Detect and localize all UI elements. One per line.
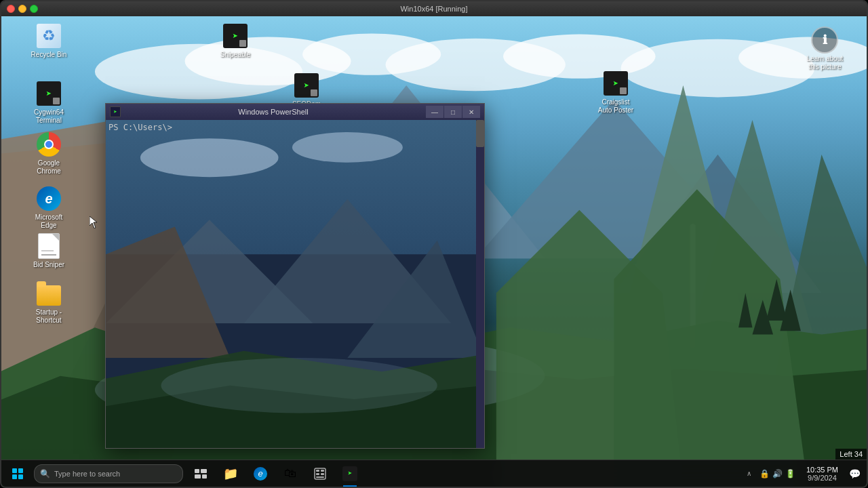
tray-expand-button[interactable]: ∧ bbox=[744, 467, 754, 480]
edge-icon: e bbox=[35, 185, 62, 212]
close-button[interactable] bbox=[7, 5, 15, 13]
learn-about-icon: ℹ bbox=[811, 26, 838, 54]
learn-about-picture-button[interactable]: ℹ Learn aboutthis picture bbox=[807, 26, 843, 71]
mac-traffic-lights bbox=[7, 5, 38, 13]
taskbar-search[interactable]: 🔍 Type here to search bbox=[34, 464, 183, 483]
desktop-icon-snipeable[interactable]: ➤ Snipeable bbox=[208, 20, 262, 62]
powershell-close-button[interactable]: ✕ bbox=[462, 106, 480, 118]
learn-about-label: Learn aboutthis picture bbox=[807, 55, 843, 71]
powershell-title-text: Windows PowerShell bbox=[123, 108, 423, 116]
desktop: ♻ Recycle Bin ➤ Cygwin64Terminal Googl bbox=[1, 16, 867, 487]
network-icon[interactable]: 🔒 bbox=[760, 469, 770, 479]
startup-shortcut-icon bbox=[35, 280, 62, 307]
taskbar-file-explorer[interactable]: 📁 bbox=[216, 460, 245, 487]
powershell-scrollbar[interactable] bbox=[476, 120, 484, 448]
taskbar-store[interactable]: 🛍 bbox=[275, 460, 305, 487]
snipeable-label: Snipeable bbox=[220, 51, 250, 59]
desktop-icon-chrome[interactable]: GoogleChrome bbox=[22, 128, 76, 178]
svg-rect-49 bbox=[321, 473, 324, 475]
chrome-icon bbox=[35, 131, 62, 158]
left-indicator: Left 34 bbox=[835, 449, 867, 460]
powershell-window: ➤ Windows PowerShell — □ ✕ bbox=[105, 103, 485, 449]
desktop-icon-bid-sniper[interactable]: Bid Sniper bbox=[22, 230, 76, 272]
cygwin64-icon: ➤ bbox=[35, 80, 62, 107]
clock-area[interactable]: 10:35 PM 9/9/2024 bbox=[801, 466, 844, 482]
desktop-icon-recycle-bin[interactable]: ♻ Recycle Bin bbox=[22, 20, 76, 62]
recycle-bin-label: Recycle Bin bbox=[31, 51, 67, 59]
powershell-minimize-button[interactable]: — bbox=[426, 106, 443, 118]
clock-time: 10:35 PM bbox=[806, 466, 838, 474]
taskbar-calculator[interactable] bbox=[305, 460, 335, 487]
taskbar-apps: 📁 e 🛍 bbox=[186, 460, 365, 487]
system-tray: ∧ 🔒 🔊 🔋 10:35 PM 9/9/2024 💬 bbox=[744, 460, 867, 487]
desktop-icon-edge[interactable]: e MicrosoftEdge bbox=[22, 182, 76, 232]
taskbar-powershell[interactable]: ➤ bbox=[335, 460, 365, 487]
edge-label: MicrosoftEdge bbox=[35, 214, 63, 230]
notification-icon: 💬 bbox=[849, 468, 861, 479]
startup-shortcut-label: Startup -Shortcut bbox=[36, 308, 62, 325]
mac-frame: Win10x64 [Running] bbox=[0, 0, 868, 488]
craigslist-icon: ➤ bbox=[602, 70, 629, 97]
craigslist-label: CraigslistAuto Poster bbox=[598, 98, 633, 115]
powershell-window-controls: — □ ✕ bbox=[426, 106, 480, 118]
svg-rect-47 bbox=[321, 470, 324, 472]
desktop-icon-craigslist[interactable]: ➤ CraigslistAuto Poster bbox=[589, 67, 643, 117]
taskview-button[interactable] bbox=[186, 460, 216, 487]
snipeable-icon: ➤ bbox=[222, 22, 249, 49]
store-icon: 🛍 bbox=[284, 466, 296, 481]
powershell-titlebar: ➤ Windows PowerShell — □ ✕ bbox=[106, 104, 484, 120]
chrome-label: GoogleChrome bbox=[37, 159, 61, 176]
svg-rect-46 bbox=[316, 470, 319, 472]
powershell-terminal-area[interactable]: PS C:\Users\> bbox=[106, 120, 484, 448]
taskview-icon bbox=[195, 469, 207, 479]
powershell-window-icon: ➤ bbox=[110, 106, 121, 117]
svg-rect-50 bbox=[316, 476, 324, 478]
minimize-button[interactable] bbox=[18, 5, 26, 13]
windows-logo-icon bbox=[12, 468, 23, 479]
desktop-icon-startup-shortcut[interactable]: Startup -Shortcut bbox=[22, 277, 76, 327]
mac-titlebar: Win10x64 [Running] bbox=[1, 1, 867, 16]
clock-date: 9/9/2024 bbox=[808, 474, 837, 482]
bid-sniper-label: Bid Sniper bbox=[33, 261, 64, 269]
powershell-scrollbar-thumb bbox=[476, 120, 484, 147]
left-indicator-text: Left 34 bbox=[840, 450, 863, 458]
svg-rect-48 bbox=[316, 473, 319, 475]
file-explorer-icon: 📁 bbox=[223, 466, 238, 481]
powershell-content[interactable]: PS C:\Users\> bbox=[106, 120, 484, 448]
powershell-maximize-button[interactable]: □ bbox=[444, 106, 462, 118]
taskbar-edge-icon: e bbox=[254, 467, 267, 481]
seodom-icon: ➤ bbox=[293, 72, 320, 99]
recycle-bin-icon: ♻ bbox=[35, 22, 62, 49]
svg-rect-43 bbox=[195, 474, 201, 479]
maximize-button[interactable] bbox=[30, 5, 38, 13]
taskbar-app-icon bbox=[314, 468, 326, 480]
battery-icon[interactable]: 🔋 bbox=[785, 469, 795, 479]
cygwin64-label: Cygwin64Terminal bbox=[34, 108, 64, 125]
notification-button[interactable]: 💬 bbox=[845, 460, 864, 487]
taskbar: 🔍 Type here to search 📁 bbox=[1, 460, 867, 487]
tray-icons: 🔒 🔊 🔋 bbox=[755, 469, 800, 479]
svg-rect-44 bbox=[202, 474, 207, 479]
volume-icon[interactable]: 🔊 bbox=[772, 469, 783, 479]
svg-rect-42 bbox=[201, 469, 207, 473]
mac-title: Win10x64 [Running] bbox=[400, 5, 467, 13]
search-icon: 🔍 bbox=[40, 469, 50, 479]
desktop-icon-cygwin64[interactable]: ➤ Cygwin64Terminal bbox=[22, 77, 76, 127]
start-button[interactable] bbox=[1, 460, 34, 487]
svg-rect-41 bbox=[195, 469, 199, 473]
taskbar-search-text: Type here to search bbox=[54, 470, 120, 478]
taskbar-powershell-icon: ➤ bbox=[342, 466, 357, 481]
bid-sniper-icon bbox=[35, 232, 62, 260]
powershell-prompt: PS C:\Users\> bbox=[108, 123, 172, 132]
taskbar-edge[interactable]: e bbox=[245, 460, 275, 487]
